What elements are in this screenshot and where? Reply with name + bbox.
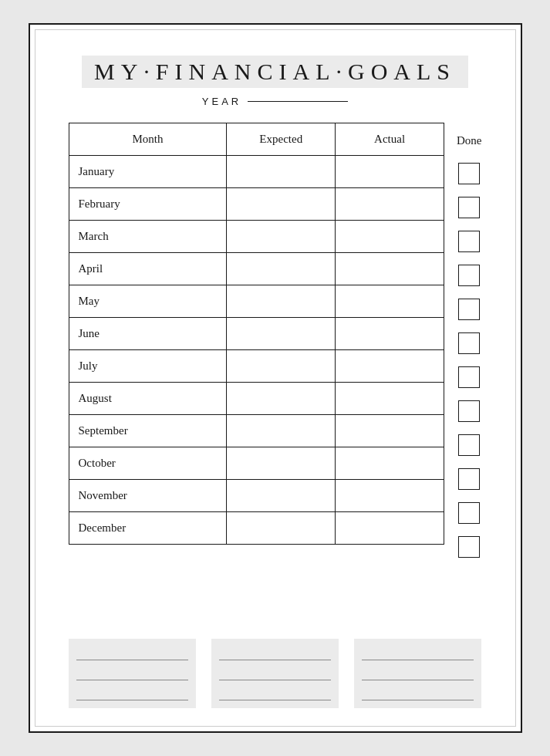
expected-cell[interactable] <box>227 318 336 350</box>
expected-cell[interactable] <box>227 188 336 221</box>
expected-cell[interactable] <box>227 253 336 285</box>
bottom-section <box>69 623 482 708</box>
checkbox-january[interactable] <box>458 163 480 184</box>
expected-cell[interactable] <box>227 350 336 383</box>
table-row: January <box>69 156 444 188</box>
expected-cell[interactable] <box>227 156 336 188</box>
table-row: May <box>69 285 444 318</box>
bottom-line-2c <box>219 687 331 700</box>
table-row: July <box>69 350 444 383</box>
actual-cell[interactable] <box>336 512 444 545</box>
actual-cell[interactable] <box>336 480 444 512</box>
month-cell: January <box>69 156 227 188</box>
expected-cell[interactable] <box>227 285 336 318</box>
table-row: October <box>69 447 444 480</box>
checkbox-july[interactable] <box>458 366 480 388</box>
bottom-box-3 <box>354 639 481 708</box>
checkbox-may[interactable] <box>458 299 480 320</box>
table-row: March <box>69 221 444 253</box>
actual-cell[interactable] <box>336 221 444 253</box>
table-row: February <box>69 188 444 221</box>
checkbox-april[interactable] <box>458 265 480 286</box>
actual-cell[interactable] <box>336 188 444 221</box>
actual-cell[interactable] <box>336 383 444 415</box>
year-row: YEAR <box>202 96 348 107</box>
bottom-line-3a <box>362 646 474 660</box>
month-cell: August <box>69 383 227 415</box>
month-cell: July <box>69 350 227 383</box>
bottom-line-1a <box>76 646 188 660</box>
checkbox-november[interactable] <box>458 502 480 524</box>
actual-cell[interactable] <box>336 156 444 188</box>
expected-cell[interactable] <box>227 415 336 447</box>
bottom-box-1 <box>69 639 196 708</box>
checkbox-august[interactable] <box>458 400 480 422</box>
month-cell: June <box>69 318 227 350</box>
bottom-box-2 <box>211 639 339 708</box>
month-cell: April <box>69 253 227 285</box>
bottom-line-1c <box>76 687 188 700</box>
table-container: Month Expected Actual JanuaryFebruaryMar… <box>69 123 482 570</box>
col-header-expected: Expected <box>227 123 336 156</box>
expected-cell[interactable] <box>227 512 336 545</box>
checkboxes-container <box>458 163 480 570</box>
table-row: June <box>69 318 444 350</box>
actual-cell[interactable] <box>336 415 444 447</box>
table-row: December <box>69 512 444 545</box>
month-cell: May <box>69 285 227 318</box>
expected-cell[interactable] <box>227 447 336 480</box>
month-cell: December <box>69 512 227 545</box>
expected-cell[interactable] <box>227 383 336 415</box>
bottom-line-3b <box>362 667 474 680</box>
actual-cell[interactable] <box>336 285 444 318</box>
actual-cell[interactable] <box>336 350 444 383</box>
bottom-line-2b <box>219 667 331 680</box>
actual-cell[interactable] <box>336 447 444 480</box>
expected-cell[interactable] <box>227 221 336 253</box>
financial-table: Month Expected Actual JanuaryFebruaryMar… <box>69 123 445 545</box>
done-header: Done <box>457 123 482 158</box>
month-cell: October <box>69 447 227 480</box>
col-header-actual: Actual <box>336 123 444 156</box>
year-label: YEAR <box>202 96 241 107</box>
checkbox-december[interactable] <box>458 536 480 558</box>
actual-cell[interactable] <box>336 253 444 285</box>
checkbox-october[interactable] <box>458 468 480 490</box>
table-row: September <box>69 415 444 447</box>
expected-cell[interactable] <box>227 480 336 512</box>
col-header-month: Month <box>69 123 227 156</box>
month-cell: November <box>69 480 227 512</box>
checkbox-february[interactable] <box>458 197 480 218</box>
bottom-line-1b <box>76 667 188 680</box>
page-title: MY·FINANCIAL·GOALS <box>82 56 468 88</box>
actual-cell[interactable] <box>336 318 444 350</box>
table-row: August <box>69 383 444 415</box>
checkbox-june[interactable] <box>458 332 480 354</box>
month-cell: September <box>69 415 227 447</box>
checkbox-september[interactable] <box>458 434 480 456</box>
table-row: November <box>69 480 444 512</box>
done-column: Done <box>457 123 482 570</box>
checkbox-march[interactable] <box>458 231 480 252</box>
year-input-line <box>248 101 348 102</box>
bottom-line-2a <box>219 646 331 660</box>
month-cell: February <box>69 188 227 221</box>
month-cell: March <box>69 221 227 253</box>
table-row: April <box>69 253 444 285</box>
bottom-line-3c <box>362 687 474 700</box>
page: MY·FINANCIAL·GOALS YEAR Month Expected A… <box>29 23 522 733</box>
